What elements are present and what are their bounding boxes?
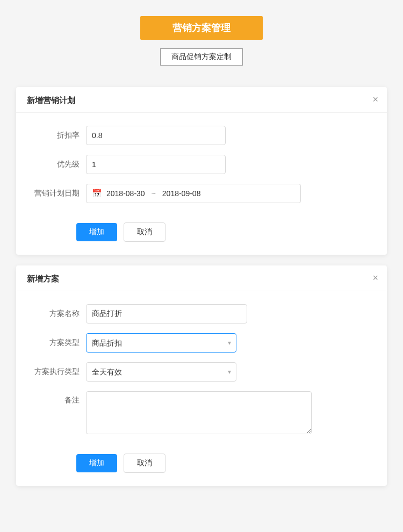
card1-close-button[interactable]: ×: [372, 95, 378, 104]
plan-type-label: 方案类型: [32, 338, 86, 348]
card1-form-body: 折扣率 优先级 营销计划日期 📅 2018-08-30 ~ 2018-09-08: [16, 113, 387, 218]
card2-actions: 增加 取消: [16, 454, 387, 473]
form-row-priority: 优先级: [32, 155, 371, 174]
card2-form-body: 方案名称 方案类型 商品折扣 满减优惠 买赠活动 ▾ 方案执行类型 全天有效 时…: [16, 291, 387, 449]
card2-close-button[interactable]: ×: [372, 273, 378, 283]
plan-name-input[interactable]: [86, 304, 247, 323]
card-new-plan: 新增方案 × 方案名称 方案类型 商品折扣 满减优惠 买赠活动 ▾ 方案执行类型: [16, 265, 387, 486]
priority-label: 优先级: [32, 160, 86, 169]
discount-label: 折扣率: [32, 131, 86, 140]
card2-add-button[interactable]: 增加: [76, 454, 117, 472]
plan-type-select-wrap: 商品折扣 满减优惠 买赠活动 ▾: [86, 333, 236, 353]
calendar-icon: 📅: [92, 189, 102, 198]
card1-add-button[interactable]: 增加: [76, 223, 117, 241]
date-label: 营销计划日期: [32, 189, 86, 198]
form-row-date: 营销计划日期 📅 2018-08-30 ~ 2018-09-08: [32, 184, 371, 203]
discount-input[interactable]: [86, 126, 226, 145]
exec-type-select[interactable]: 全天有效 时段有效: [86, 362, 236, 382]
page-header: 营销方案管理 商品促销方案定制: [0, 0, 403, 76]
form-row-discount: 折扣率: [32, 126, 371, 145]
exec-type-select-wrap: 全天有效 时段有效 ▾: [86, 362, 236, 382]
card1-title: 新增营销计划: [16, 87, 387, 113]
page-subtitle: 商品促销方案定制: [160, 48, 243, 66]
form-row-remark: 备注: [32, 391, 371, 434]
date-end: 2018-09-08: [162, 189, 201, 198]
form-row-type: 方案类型 商品折扣 满减优惠 买赠活动 ▾: [32, 333, 371, 353]
date-separator: ~: [152, 189, 156, 198]
card2-title: 新增方案: [16, 265, 387, 291]
plan-name-label: 方案名称: [32, 309, 86, 319]
card1-cancel-button[interactable]: 取消: [124, 222, 165, 242]
date-range-picker[interactable]: 📅 2018-08-30 ~ 2018-09-08: [86, 184, 301, 203]
priority-input[interactable]: [86, 155, 226, 174]
card2-cancel-button[interactable]: 取消: [124, 454, 165, 473]
card-marketing-plan: 新增营销计划 × 折扣率 优先级 营销计划日期 📅 2018-08-30 ~ 2…: [16, 87, 387, 255]
date-start: 2018-08-30: [106, 189, 145, 198]
card1-actions: 增加 取消: [16, 222, 387, 242]
exec-type-label: 方案执行类型: [32, 367, 86, 377]
page-title: 营销方案管理: [140, 16, 263, 40]
remark-textarea[interactable]: [86, 391, 312, 434]
form-row-exec-type: 方案执行类型 全天有效 时段有效 ▾: [32, 362, 371, 382]
form-row-name: 方案名称: [32, 304, 371, 323]
plan-type-select[interactable]: 商品折扣 满减优惠 买赠活动: [86, 333, 236, 353]
remark-label: 备注: [32, 391, 86, 405]
